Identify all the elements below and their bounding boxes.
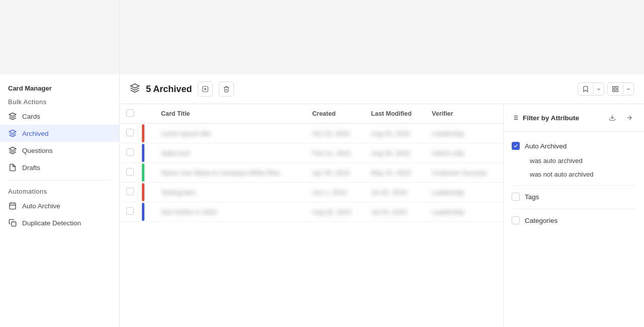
- main-top-space: [120, 0, 644, 74]
- svg-rect-14: [613, 90, 615, 92]
- row-verifier-text: Leadership: [432, 208, 464, 216]
- table-row[interactable]: Sales tool Feb 21, 2023 Aug 26, 2023 Adm…: [120, 143, 503, 163]
- filter-was-auto-archived[interactable]: was auto archived: [525, 154, 636, 168]
- sidebar-item-archived[interactable]: Archived: [0, 125, 119, 142]
- row-title[interactable]: Never Use Sleep & Company White Rice: [155, 163, 306, 183]
- sidebar-item-questions[interactable]: Questions: [0, 142, 119, 159]
- sidebar-top-space: [0, 0, 119, 74]
- grid-dropdown-icon: [623, 84, 633, 94]
- color-bar: [142, 144, 144, 162]
- table-row[interactable]: See further in 2023 Aug 28, 2023 Jul 20,…: [120, 202, 503, 222]
- sidebar-title: Card Manager: [0, 80, 119, 95]
- row-checkbox-cell: [120, 183, 140, 202]
- col-card-title: Card Title: [155, 104, 306, 124]
- row-checkbox[interactable]: [126, 148, 134, 156]
- grid-view-button[interactable]: [607, 83, 634, 96]
- filter-was-not-auto-archived[interactable]: was not auto archived: [525, 168, 636, 181]
- color-bar: [142, 183, 144, 201]
- row-verifier: Leadership: [426, 183, 503, 202]
- sidebar-item-auto-archive[interactable]: Auto Archive: [0, 197, 119, 214]
- filter-export-button[interactable]: [606, 111, 619, 124]
- filter-header: Filter by Attribute: [504, 104, 644, 132]
- select-all-checkbox[interactable]: [126, 109, 134, 117]
- row-verifier: Leadership: [426, 202, 503, 222]
- row-modified: Jul 20, 2023: [365, 183, 426, 202]
- filter-sub-items: was auto archived was not auto archived: [512, 154, 636, 181]
- row-checkbox[interactable]: [126, 168, 134, 176]
- filter-item-auto-archived[interactable]: Auto Archived: [512, 138, 636, 154]
- svg-rect-15: [616, 90, 618, 92]
- row-checkbox[interactable]: [126, 129, 134, 136]
- row-title-text: See further in 2023: [161, 208, 217, 216]
- header-layers-icon: [130, 83, 140, 95]
- sidebar-duplicate-detection-label: Duplicate Detection: [22, 219, 81, 227]
- sidebar-content: Card Manager Bulk Actions Cards: [0, 74, 119, 327]
- row-created: Feb 21, 2023: [306, 143, 365, 163]
- sidebar-archived-label: Archived: [22, 130, 49, 137]
- row-checkbox-cell: [120, 143, 140, 163]
- copy-icon: [8, 218, 17, 227]
- filter-section-categories: Categories: [512, 212, 636, 228]
- row-created-text: Feb 21, 2023: [312, 149, 351, 157]
- svg-rect-12: [613, 87, 615, 89]
- table-row[interactable]: Lorem ipsum title Oct 15, 2023 Aug 25, 2…: [120, 124, 503, 143]
- svg-marker-2: [9, 147, 16, 150]
- color-bar: [142, 164, 144, 182]
- filter-divider-2: [512, 209, 636, 209]
- filter-item-categories[interactable]: Categories: [512, 212, 636, 228]
- restore-button[interactable]: [198, 81, 213, 97]
- row-title-text: Sales tool: [161, 149, 190, 157]
- row-modified: Aug 25, 2023: [365, 124, 426, 143]
- table-row[interactable]: Never Use Sleep & Company White Rice Apr…: [120, 163, 503, 183]
- filter-close-button[interactable]: [623, 111, 636, 124]
- row-title[interactable]: Testing item: [155, 183, 306, 202]
- row-modified-text: Jul 20, 2023: [371, 208, 407, 216]
- color-bar-cell: [140, 143, 155, 163]
- row-title[interactable]: Sales tool: [155, 143, 306, 163]
- color-bar-cell: [140, 202, 155, 222]
- sidebar-item-cards[interactable]: Cards: [0, 108, 119, 125]
- auto-archived-checkbox[interactable]: [512, 142, 520, 150]
- sidebar-item-duplicate-detection[interactable]: Duplicate Detection: [0, 214, 119, 231]
- row-checkbox[interactable]: [126, 188, 134, 195]
- row-modified: Aug 26, 2023: [365, 143, 426, 163]
- bookmark-button[interactable]: [578, 83, 604, 96]
- row-verifier: Leadership: [426, 124, 503, 143]
- bookmark-dropdown-icon: [593, 84, 604, 94]
- col-colorbar: [140, 104, 155, 124]
- row-modified: Jul 20, 2023: [365, 202, 426, 222]
- row-verifier-text: Leadership: [432, 189, 464, 196]
- row-title[interactable]: See further in 2023: [155, 202, 306, 222]
- filter-divider-1: [512, 185, 636, 186]
- sidebar-item-drafts[interactable]: Drafts: [0, 159, 119, 176]
- row-verifier-text: Leadership: [432, 130, 464, 137]
- cards-table: Card Title Created Last Modified Verifie…: [120, 104, 503, 222]
- delete-button[interactable]: [219, 81, 234, 97]
- svg-marker-1: [9, 130, 16, 133]
- row-title-text: Never Use Sleep & Company White Rice: [161, 169, 280, 177]
- table-row[interactable]: Testing item Jun 1, 2023 Jul 20, 2023 Le…: [120, 183, 503, 202]
- was-auto-archived-label: was auto archived: [530, 157, 583, 165]
- svg-rect-13: [616, 87, 618, 89]
- main-content: 5 Archived: [120, 74, 644, 327]
- filter-section-auto-archived: Auto Archived was auto archived was not …: [512, 138, 636, 181]
- color-bar-cell: [140, 183, 155, 202]
- row-title[interactable]: Lorem ipsum title: [155, 124, 306, 143]
- filter-lines-icon: [512, 114, 519, 121]
- tags-checkbox[interactable]: [512, 193, 520, 201]
- row-verifier-text: Customer Success: [432, 169, 487, 177]
- svg-rect-7: [12, 222, 16, 226]
- row-modified-text: May 15, 2023: [371, 169, 411, 177]
- archive-icon: [8, 129, 17, 138]
- categories-checkbox[interactable]: [512, 216, 520, 224]
- row-checkbox[interactable]: [126, 207, 134, 215]
- filter-item-tags[interactable]: Tags: [512, 189, 636, 205]
- file-icon: [8, 163, 17, 172]
- content-header-left: 5 Archived: [130, 81, 234, 97]
- svg-marker-0: [9, 113, 16, 116]
- row-created: Aug 28, 2023: [306, 202, 365, 222]
- row-checkbox-cell: [120, 202, 140, 222]
- row-created-text: Jun 1, 2023: [312, 189, 347, 196]
- row-verifier: Customer Success: [426, 163, 503, 183]
- row-created: Jun 1, 2023: [306, 183, 365, 202]
